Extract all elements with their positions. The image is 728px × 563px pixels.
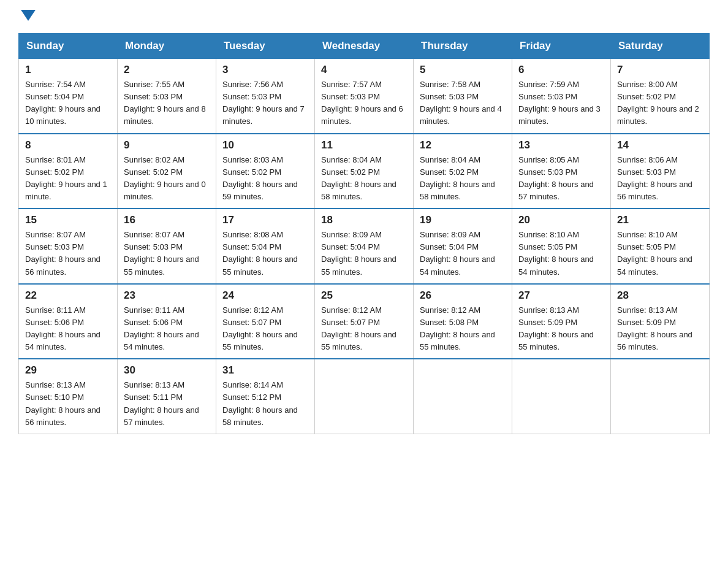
- day-number: 6: [518, 64, 604, 76]
- calendar-cell: 15 Sunrise: 8:07 AMSunset: 5:03 PMDaylig…: [19, 209, 118, 284]
- day-number: 25: [321, 289, 407, 302]
- day-info: Sunrise: 7:57 AMSunset: 5:03 PMDaylight:…: [321, 80, 403, 126]
- day-number: 22: [25, 289, 111, 302]
- day-info: Sunrise: 7:58 AMSunset: 5:03 PMDaylight:…: [420, 80, 502, 126]
- calendar-cell: 6 Sunrise: 7:59 AMSunset: 5:03 PMDayligh…: [512, 59, 611, 134]
- day-number: 2: [124, 64, 210, 76]
- day-info: Sunrise: 8:03 AMSunset: 5:02 PMDaylight:…: [222, 155, 298, 201]
- day-number: 1: [25, 64, 111, 76]
- calendar-cell: 27 Sunrise: 8:13 AMSunset: 5:09 PMDaylig…: [512, 284, 611, 359]
- day-number: 23: [124, 289, 210, 302]
- day-number: 3: [222, 64, 308, 76]
- calendar-cell: [315, 359, 414, 434]
- day-info: Sunrise: 8:04 AMSunset: 5:02 PMDaylight:…: [321, 155, 396, 201]
- calendar-week-row: 15 Sunrise: 8:07 AMSunset: 5:03 PMDaylig…: [19, 209, 710, 284]
- calendar-cell: 11 Sunrise: 8:04 AMSunset: 5:02 PMDaylig…: [315, 134, 414, 209]
- day-info: Sunrise: 8:14 AMSunset: 5:12 PMDaylight:…: [222, 380, 298, 426]
- day-number: 14: [617, 139, 703, 151]
- calendar-cell: [611, 359, 710, 434]
- col-tuesday: Tuesday: [216, 34, 315, 59]
- day-info: Sunrise: 8:12 AMSunset: 5:08 PMDaylight:…: [420, 305, 495, 351]
- day-number: 19: [420, 214, 506, 226]
- col-saturday: Saturday: [611, 34, 710, 59]
- calendar-cell: 20 Sunrise: 8:10 AMSunset: 5:05 PMDaylig…: [512, 209, 611, 284]
- calendar-cell: 21 Sunrise: 8:10 AMSunset: 5:05 PMDaylig…: [611, 209, 710, 284]
- calendar-cell: 2 Sunrise: 7:55 AMSunset: 5:03 PMDayligh…: [118, 59, 216, 134]
- day-info: Sunrise: 8:01 AMSunset: 5:02 PMDaylight:…: [25, 155, 107, 201]
- day-info: Sunrise: 8:09 AMSunset: 5:04 PMDaylight:…: [321, 230, 396, 276]
- day-info: Sunrise: 8:00 AMSunset: 5:02 PMDaylight:…: [617, 80, 699, 126]
- day-info: Sunrise: 8:12 AMSunset: 5:07 PMDaylight:…: [321, 305, 396, 351]
- day-number: 18: [321, 214, 407, 226]
- calendar-cell: 22 Sunrise: 8:11 AMSunset: 5:06 PMDaylig…: [19, 284, 118, 359]
- calendar-cell: 18 Sunrise: 8:09 AMSunset: 5:04 PMDaylig…: [315, 209, 414, 284]
- calendar-week-row: 22 Sunrise: 8:11 AMSunset: 5:06 PMDaylig…: [19, 284, 710, 359]
- calendar-table: Sunday Monday Tuesday Wednesday Thursday…: [18, 33, 710, 434]
- day-number: 13: [518, 139, 604, 151]
- day-info: Sunrise: 7:55 AMSunset: 5:03 PMDaylight:…: [124, 80, 206, 126]
- col-sunday: Sunday: [19, 34, 118, 59]
- day-number: 8: [25, 139, 111, 151]
- day-info: Sunrise: 8:10 AMSunset: 5:05 PMDaylight:…: [617, 230, 692, 276]
- day-info: Sunrise: 8:05 AMSunset: 5:03 PMDaylight:…: [518, 155, 594, 201]
- calendar-cell: 31 Sunrise: 8:14 AMSunset: 5:12 PMDaylig…: [216, 359, 315, 434]
- day-number: 27: [518, 289, 604, 302]
- calendar-cell: 10 Sunrise: 8:03 AMSunset: 5:02 PMDaylig…: [216, 134, 315, 209]
- day-info: Sunrise: 8:13 AMSunset: 5:11 PMDaylight:…: [124, 380, 199, 426]
- day-info: Sunrise: 8:11 AMSunset: 5:06 PMDaylight:…: [25, 305, 100, 351]
- day-info: Sunrise: 8:13 AMSunset: 5:09 PMDaylight:…: [518, 305, 594, 351]
- calendar-cell: 13 Sunrise: 8:05 AMSunset: 5:03 PMDaylig…: [512, 134, 611, 209]
- day-info: Sunrise: 8:07 AMSunset: 5:03 PMDaylight:…: [25, 230, 100, 276]
- calendar-cell: 3 Sunrise: 7:56 AMSunset: 5:03 PMDayligh…: [216, 59, 315, 134]
- calendar-cell: 24 Sunrise: 8:12 AMSunset: 5:07 PMDaylig…: [216, 284, 315, 359]
- day-info: Sunrise: 8:06 AMSunset: 5:03 PMDaylight:…: [617, 155, 692, 201]
- day-info: Sunrise: 8:11 AMSunset: 5:06 PMDaylight:…: [124, 305, 199, 351]
- day-info: Sunrise: 8:10 AMSunset: 5:05 PMDaylight:…: [518, 230, 594, 276]
- day-info: Sunrise: 8:02 AMSunset: 5:02 PMDaylight:…: [124, 155, 206, 201]
- col-thursday: Thursday: [414, 34, 512, 59]
- day-info: Sunrise: 8:07 AMSunset: 5:03 PMDaylight:…: [124, 230, 199, 276]
- day-number: 15: [25, 214, 111, 226]
- calendar-header-row: Sunday Monday Tuesday Wednesday Thursday…: [19, 34, 710, 59]
- calendar-cell: 17 Sunrise: 8:08 AMSunset: 5:04 PMDaylig…: [216, 209, 315, 284]
- calendar-cell: 25 Sunrise: 8:12 AMSunset: 5:07 PMDaylig…: [315, 284, 414, 359]
- day-info: Sunrise: 8:13 AMSunset: 5:10 PMDaylight:…: [25, 380, 100, 426]
- day-info: Sunrise: 7:56 AMSunset: 5:03 PMDaylight:…: [222, 80, 305, 126]
- day-number: 28: [617, 289, 703, 302]
- day-info: Sunrise: 8:04 AMSunset: 5:02 PMDaylight:…: [420, 155, 495, 201]
- calendar-cell: 28 Sunrise: 8:13 AMSunset: 5:09 PMDaylig…: [611, 284, 710, 359]
- day-number: 24: [222, 289, 308, 302]
- day-number: 26: [420, 289, 506, 302]
- day-number: 4: [321, 64, 407, 76]
- day-number: 29: [25, 364, 111, 377]
- calendar-cell: 9 Sunrise: 8:02 AMSunset: 5:02 PMDayligh…: [118, 134, 216, 209]
- day-info: Sunrise: 7:59 AMSunset: 5:03 PMDaylight:…: [518, 80, 601, 126]
- day-number: 10: [222, 139, 308, 151]
- calendar-cell: 14 Sunrise: 8:06 AMSunset: 5:03 PMDaylig…: [611, 134, 710, 209]
- day-number: 20: [518, 214, 604, 226]
- col-monday: Monday: [118, 34, 216, 59]
- day-number: 11: [321, 139, 407, 151]
- calendar-cell: 29 Sunrise: 8:13 AMSunset: 5:10 PMDaylig…: [19, 359, 118, 434]
- day-number: 31: [222, 364, 308, 377]
- calendar-cell: 8 Sunrise: 8:01 AMSunset: 5:02 PMDayligh…: [19, 134, 118, 209]
- calendar-cell: 19 Sunrise: 8:09 AMSunset: 5:04 PMDaylig…: [414, 209, 512, 284]
- calendar-cell: 7 Sunrise: 8:00 AMSunset: 5:02 PMDayligh…: [611, 59, 710, 134]
- calendar-cell: 26 Sunrise: 8:12 AMSunset: 5:08 PMDaylig…: [414, 284, 512, 359]
- logo: [18, 12, 36, 21]
- calendar-week-row: 8 Sunrise: 8:01 AMSunset: 5:02 PMDayligh…: [19, 134, 710, 209]
- calendar-cell: 12 Sunrise: 8:04 AMSunset: 5:02 PMDaylig…: [414, 134, 512, 209]
- day-number: 21: [617, 214, 703, 226]
- calendar-week-row: 1 Sunrise: 7:54 AMSunset: 5:04 PMDayligh…: [19, 59, 710, 134]
- calendar-cell: 23 Sunrise: 8:11 AMSunset: 5:06 PMDaylig…: [118, 284, 216, 359]
- day-info: Sunrise: 8:08 AMSunset: 5:04 PMDaylight:…: [222, 230, 298, 276]
- day-number: 16: [124, 214, 210, 226]
- calendar-week-row: 29 Sunrise: 8:13 AMSunset: 5:10 PMDaylig…: [19, 359, 710, 434]
- day-info: Sunrise: 7:54 AMSunset: 5:04 PMDaylight:…: [25, 80, 100, 126]
- logo-blue-text: [18, 12, 36, 21]
- calendar-cell: 4 Sunrise: 7:57 AMSunset: 5:03 PMDayligh…: [315, 59, 414, 134]
- day-info: Sunrise: 8:12 AMSunset: 5:07 PMDaylight:…: [222, 305, 298, 351]
- calendar-cell: 5 Sunrise: 7:58 AMSunset: 5:03 PMDayligh…: [414, 59, 512, 134]
- logo-triangle-icon: [21, 10, 36, 21]
- calendar-cell: [512, 359, 611, 434]
